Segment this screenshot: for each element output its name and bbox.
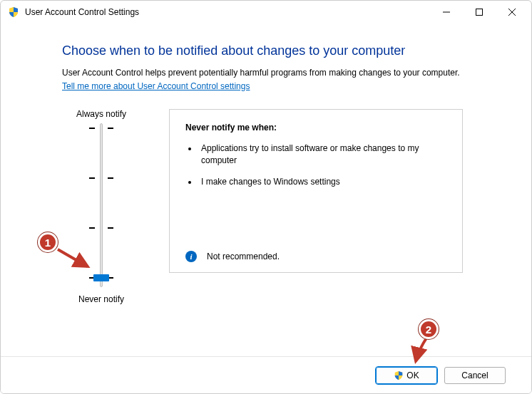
ok-button[interactable]: OK (376, 367, 437, 384)
annotation-badge-1: 1 (38, 232, 58, 252)
annotation-arrow-2 (409, 334, 437, 367)
titlebar: User Account Control Settings (1, 1, 531, 24)
info-title: Never notify me when: (185, 123, 446, 133)
annotation-arrow-1 (53, 245, 96, 274)
maximize-button[interactable] (463, 1, 496, 23)
notification-slider[interactable]: Always notify Never notify (62, 109, 140, 309)
page-heading: Choose when to be notified about changes… (62, 43, 506, 58)
shield-icon (394, 370, 404, 380)
info-bullet: I make changes to Windows settings (198, 176, 446, 188)
slider-bottom-label: Never notify (62, 294, 140, 304)
cancel-button[interactable]: Cancel (444, 367, 506, 384)
slider-thumb[interactable] (93, 274, 109, 281)
info-footer-text: Not recommended. (207, 252, 280, 261)
dialog-button-row: OK Cancel (1, 356, 531, 393)
learn-more-link[interactable]: Tell me more about User Account Control … (62, 81, 250, 91)
cancel-button-label: Cancel (461, 370, 488, 380)
info-bullet: Applications try to install software or … (198, 142, 446, 167)
slider-top-label: Always notify (62, 109, 140, 119)
svg-rect-0 (476, 9, 483, 16)
page-description: User Account Control helps prevent poten… (62, 67, 506, 79)
notification-level-info: Never notify me when: Applications try t… (169, 109, 463, 273)
annotation-badge-2: 2 (419, 319, 439, 339)
info-icon: i (185, 251, 197, 262)
window-title: User Account Control Settings (25, 7, 430, 17)
close-button[interactable] (496, 1, 528, 23)
ok-button-label: OK (406, 370, 419, 380)
slider-track[interactable] (100, 123, 103, 287)
shield-icon (8, 6, 19, 18)
minimize-button[interactable] (430, 1, 463, 23)
